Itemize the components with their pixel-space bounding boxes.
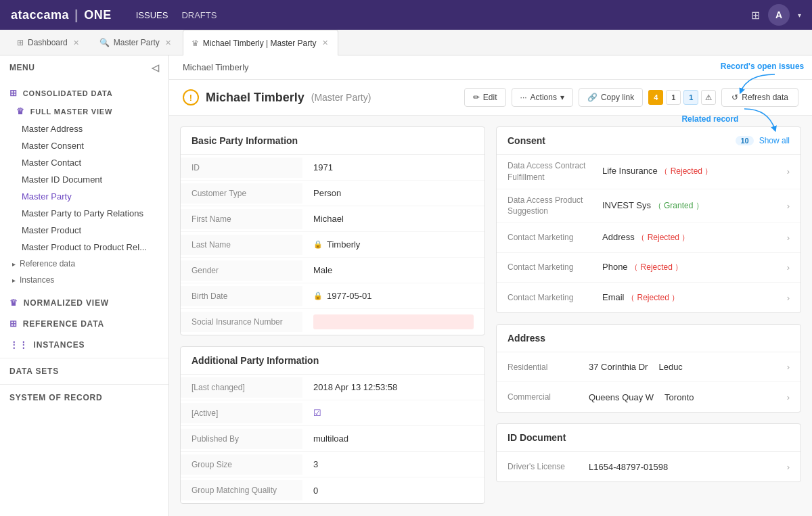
tab-master-party[interactable]: 🔍 Master Party ✕ — [91, 30, 181, 55]
addr-street-residential: 37 Corinthia Dr — [589, 362, 648, 372]
consent-row-2[interactable]: Contact Marketing Address （ Rejected ） › — [497, 223, 800, 253]
addr-arrow-residential: › — [787, 362, 790, 372]
edit-label: Edit — [483, 93, 497, 102]
field-id-value: 1971 — [302, 157, 484, 178]
field-last-name: Last Name 🔒 Timberly — [181, 232, 484, 258]
consent-show-all-btn[interactable]: Show all — [759, 136, 790, 145]
tab-michael-timberly-close[interactable]: ✕ — [321, 37, 330, 49]
field-published-by-value: multiload — [302, 428, 484, 449]
tab-master-party-close[interactable]: ✕ — [164, 37, 173, 49]
tab-dashboard[interactable]: ⊞ Dashboard ✕ — [8, 30, 89, 55]
consent-type-2: Contact Marketing — [508, 232, 602, 243]
left-column: Basic Party Information ID 1971 Customer… — [180, 126, 485, 504]
sidebar-item-master-party-relations[interactable]: Master Party to Party Relations — [0, 205, 168, 222]
refresh-button[interactable]: ↺ Refresh data — [721, 88, 798, 107]
consolidated-data-title[interactable]: ⊞ Michael Timberly CONSOLIDATED DATA — [0, 84, 168, 102]
logo: ataccama | ONE — [11, 7, 112, 23]
sidebar-item-master-contact[interactable]: Master Contact — [0, 154, 168, 171]
consent-value-3: Phone （ Rejected ） — [602, 262, 782, 273]
normalized-view-section[interactable]: ♛ NORMALIZED VIEW — [0, 292, 168, 313]
field-group-matching-quality-label: Group Matching Quality — [181, 480, 302, 500]
instances-label: Instances — [20, 275, 54, 285]
nav-drafts[interactable]: DRAFTS — [181, 10, 217, 20]
addr-city-residential: Leduc — [658, 362, 682, 372]
consent-panel-header: Consent Related record 10 — [497, 127, 800, 155]
address-row-commercial[interactable]: Commercial Queens Quay W Toronto › — [497, 382, 800, 412]
field-active-value: ☑ — [302, 402, 484, 423]
sidebar-item-master-product-rel[interactable]: Master Product to Product Rel... — [0, 239, 168, 256]
additional-party-info-panel: Additional Party Information [Last chang… — [180, 346, 485, 504]
field-last-name-label: Last Name — [181, 235, 302, 255]
addr-city-commercial: Toronto — [664, 392, 694, 402]
edit-button[interactable]: ✏ Edit — [464, 88, 506, 107]
nav-issues[interactable]: ISSUES — [136, 10, 168, 20]
warning-icon: ! — [183, 89, 199, 105]
consent-arrow-3: › — [787, 262, 790, 273]
instances-main-icon: ⋮⋮ — [9, 339, 28, 350]
address-row-residential[interactable]: Residential 37 Corinthia Dr Leduc › — [497, 352, 800, 382]
instances-group[interactable]: ▸ Instances — [0, 272, 168, 288]
nav-links: ISSUES DRAFTS — [136, 10, 217, 20]
field-first-name-label: First Name — [181, 209, 302, 229]
consent-value-2: Address （ Rejected ） — [602, 232, 782, 243]
addr-value-residential: 37 Corinthia Dr Leduc — [589, 362, 787, 372]
avatar-button[interactable]: A — [768, 4, 790, 26]
consent-type-3: Contact Marketing — [508, 262, 602, 273]
sidebar-item-master-consent[interactable]: Master Consent — [0, 137, 168, 154]
field-id-label: ID — [181, 158, 302, 178]
consent-row-1[interactable]: Data Access Product Suggestion INVEST Sy… — [497, 189, 800, 224]
sidebar-item-master-party[interactable]: Master Party — [0, 188, 168, 205]
field-group-size-value: 3 — [302, 454, 484, 475]
tab-dashboard-close[interactable]: ✕ — [72, 37, 81, 49]
consent-row-0[interactable]: Data Access Contract Fulfillment Life In… — [497, 155, 800, 189]
sidebar-item-master-address[interactable]: Master Address — [0, 120, 168, 137]
instances-section[interactable]: ⋮⋮ INSTANCES — [0, 334, 168, 355]
tab-master-party-label: Master Party — [114, 38, 160, 47]
field-last-name-value: 🔒 Timberly — [302, 234, 484, 255]
field-social-insurance: Social Insurance Number — [181, 309, 484, 335]
consent-row-4[interactable]: Contact Marketing Email （ Rejected ） › — [497, 283, 800, 312]
data-sets-section[interactable]: DATA SETS — [0, 361, 168, 381]
tab-michael-timberly[interactable]: ♛ Michael Timberly | Master Party ✕ — [183, 30, 338, 55]
consent-count-badge: 10 — [736, 136, 753, 145]
consent-header-right: Related record 10 Show all — [736, 136, 790, 145]
content-area: Michael Timberly ! Michael Timberly (Mas… — [169, 55, 812, 516]
refresh-icon: ↺ — [731, 93, 738, 102]
field-first-name-value: Michael — [302, 208, 484, 229]
grid-icon[interactable]: ⊞ — [751, 9, 760, 22]
consent-arrow-0: › — [787, 166, 790, 177]
addr-street-commercial: Queens Quay W — [589, 392, 654, 402]
addr-arrow-commercial: › — [787, 392, 790, 402]
system-of-record-label: SYSTEM OF RECORD — [9, 393, 102, 402]
avatar-chevron-icon: ▾ — [798, 11, 801, 19]
consent-row-3[interactable]: Contact Marketing Phone （ Rejected ） › — [497, 253, 800, 283]
actions-button[interactable]: ··· Actions ▾ — [512, 88, 573, 107]
right-column: Consent Related record 10 — [496, 126, 801, 504]
field-gender: Gender Male — [181, 258, 484, 283]
consent-type-1: Data Access Product Suggestion — [508, 195, 602, 218]
field-active-label: [Active] — [181, 403, 302, 423]
field-group-matching-quality: Group Matching Quality 0 — [181, 477, 484, 503]
full-master-view-label: FULL MASTER VIEW — [30, 108, 112, 116]
field-customer-type-label: Customer Type — [181, 183, 302, 204]
related-annotation-text: Related record — [681, 114, 738, 124]
field-customer-type: Customer Type Person — [181, 181, 484, 206]
copy-link-button[interactable]: 🔗 Copy link — [579, 88, 643, 107]
record-type: (Master Party) — [311, 92, 371, 103]
consent-value-1: INVEST Sys （ Granted ） — [602, 200, 782, 212]
sidebar-item-master-id-document[interactable]: Master ID Document — [0, 171, 168, 188]
field-social-insurance-label: Social Insurance Number — [181, 312, 302, 332]
reference-data-section[interactable]: ⊞ REFERENCE DATA — [0, 313, 168, 334]
breadcrumb: Michael Timberly — [169, 55, 812, 80]
search-icon: 🔍 — [99, 38, 110, 47]
sidebar-item-master-product[interactable]: Master Product — [0, 222, 168, 239]
sidebar-collapse-btn[interactable]: ◁ — [152, 62, 160, 73]
id-doc-row-drivers-license[interactable]: Driver's License L1654-48797-01598 › — [497, 452, 800, 482]
full-master-view-title[interactable]: ♛ FULL MASTER VIEW — [0, 102, 168, 120]
logo-text: ataccama — [11, 8, 69, 22]
sidebar: MENU ◁ ⊞ Michael Timberly CONSOLIDATED D… — [0, 55, 169, 516]
system-of-record-section[interactable]: SYSTEM OF RECORD — [0, 388, 168, 408]
reference-data-label: Reference data — [20, 259, 75, 268]
reference-data-group[interactable]: ▸ Reference data — [0, 256, 168, 272]
top-navigation: ataccama | ONE ISSUES DRAFTS ⊞ A ▾ — [0, 0, 812, 30]
